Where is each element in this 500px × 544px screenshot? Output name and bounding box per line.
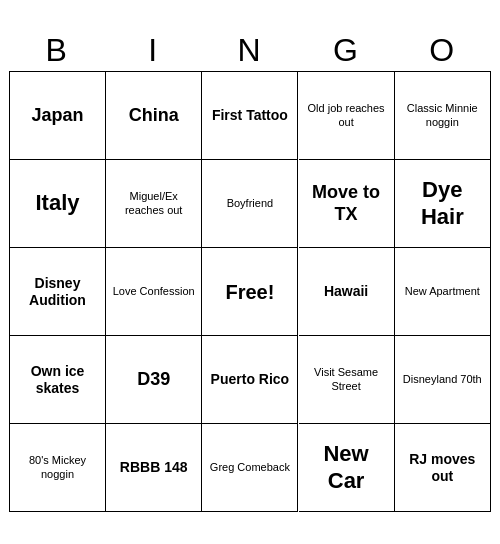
cell-1[interactable]: China	[106, 72, 202, 160]
cell-11[interactable]: Love Confession	[106, 248, 202, 336]
cell-10[interactable]: Disney Audition	[10, 248, 106, 336]
bingo-grid: JapanChinaFirst TattooOld job reaches ou…	[9, 71, 491, 512]
cell-13[interactable]: Hawaii	[299, 248, 395, 336]
header-o: O	[399, 32, 487, 69]
cell-5[interactable]: Italy	[10, 160, 106, 248]
header-g: G	[302, 32, 390, 69]
header-n: N	[206, 32, 294, 69]
cell-4[interactable]: Classic Minnie noggin	[395, 72, 491, 160]
cell-18[interactable]: Visit Sesame Street	[299, 336, 395, 424]
cell-15[interactable]: Own ice skates	[10, 336, 106, 424]
cell-22[interactable]: Greg Comeback	[202, 424, 298, 512]
cell-20[interactable]: 80's Mickey noggin	[10, 424, 106, 512]
cell-23[interactable]: New Car	[299, 424, 395, 512]
cell-21[interactable]: RBBB 148	[106, 424, 202, 512]
header-b: B	[13, 32, 101, 69]
cell-14[interactable]: New Apartment	[395, 248, 491, 336]
cell-2[interactable]: First Tattoo	[202, 72, 298, 160]
cell-3[interactable]: Old job reaches out	[299, 72, 395, 160]
cell-19[interactable]: Disneyland 70th	[395, 336, 491, 424]
cell-0[interactable]: Japan	[10, 72, 106, 160]
cell-12[interactable]: Free!	[202, 248, 298, 336]
cell-8[interactable]: Move to TX	[299, 160, 395, 248]
cell-9[interactable]: Dye Hair	[395, 160, 491, 248]
bingo-header: B I N G O	[9, 32, 491, 69]
cell-6[interactable]: Miguel/Ex reaches out	[106, 160, 202, 248]
cell-24[interactable]: RJ moves out	[395, 424, 491, 512]
cell-16[interactable]: D39	[106, 336, 202, 424]
header-i: I	[110, 32, 198, 69]
cell-7[interactable]: Boyfriend	[202, 160, 298, 248]
cell-17[interactable]: Puerto Rico	[202, 336, 298, 424]
bingo-card: B I N G O JapanChinaFirst TattooOld job …	[5, 28, 495, 516]
